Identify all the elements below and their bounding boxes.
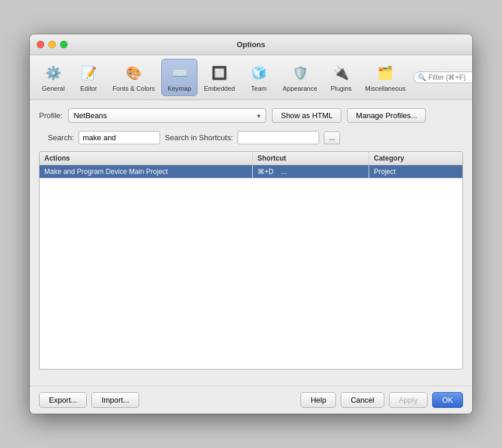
shortcuts-input[interactable]: [238, 131, 319, 144]
search-input[interactable]: [79, 131, 160, 144]
filter-box: 🔍 ✕: [413, 72, 473, 83]
general-icon: ⚙️: [43, 63, 64, 84]
table-body: Make and Program Device Main Project ⌘+D…: [40, 165, 462, 369]
ok-button[interactable]: OK: [432, 392, 463, 408]
filter-input[interactable]: [429, 73, 473, 81]
column-header-actions: Actions: [40, 152, 253, 165]
keymap-icon: ⌨️: [169, 63, 190, 84]
toolbar-item-editor[interactable]: 📝 Editor: [71, 59, 106, 96]
toolbar-item-embedded[interactable]: 🔲 Embedded: [197, 59, 241, 96]
keymap-label: Keymap: [168, 85, 191, 92]
search-in-shortcuts-label: Search in Shortcuts:: [165, 133, 233, 142]
misc-label: Miscellaneous: [365, 85, 406, 92]
misc-icon: 🗂️: [375, 63, 396, 84]
profile-row: Profile: NetBeans Eclipse IntelliJ IDEA …: [39, 108, 463, 123]
cell-shortcut: ⌘+D ...: [253, 165, 369, 178]
plugins-label: Plugins: [331, 85, 352, 92]
editor-label: Editor: [80, 85, 97, 92]
profile-label: Profile:: [39, 111, 62, 120]
toolbar-items: ⚙️ General 📝 Editor 🎨 Fonts & Colors ⌨️ …: [36, 59, 412, 96]
cell-category: Project: [369, 165, 462, 178]
toolbar-item-miscellaneous[interactable]: 🗂️ Miscellaneous: [359, 59, 412, 96]
toolbar-item-keymap[interactable]: ⌨️ Keymap: [161, 59, 197, 96]
cell-actions: Make and Program Device Main Project: [40, 165, 253, 178]
team-label: Team: [251, 85, 267, 92]
window-controls: [37, 41, 68, 48]
toolbar-item-appearance[interactable]: 🛡️ Appearance: [276, 59, 323, 96]
search-label: Search:: [39, 133, 74, 142]
bottom-right-buttons: Help Cancel Apply OK: [301, 392, 463, 408]
search-icon: 🔍: [418, 73, 426, 81]
appearance-label: Appearance: [282, 85, 317, 92]
appearance-icon: 🛡️: [289, 63, 310, 84]
close-button[interactable]: [37, 41, 44, 48]
embedded-icon: 🔲: [209, 63, 230, 84]
toolbar-item-general[interactable]: ⚙️ General: [36, 59, 71, 96]
bottom-bar: Export... Import... Help Cancel Apply OK: [30, 386, 472, 414]
main-content: Profile: NetBeans Eclipse IntelliJ IDEA …: [30, 100, 472, 386]
show-html-button[interactable]: Show as HTML: [272, 108, 341, 123]
table-container: Actions Shortcut Category Make and Progr…: [39, 151, 463, 369]
search-row: Search: Search in Shortcuts: ...: [39, 131, 463, 144]
toolbar-item-plugins[interactable]: 🔌 Plugins: [324, 59, 359, 96]
plugins-icon: 🔌: [331, 63, 352, 84]
cancel-button[interactable]: Cancel: [341, 392, 384, 408]
apply-button[interactable]: Apply: [389, 392, 428, 408]
maximize-button[interactable]: [60, 41, 68, 48]
shortcut-value: ⌘+D: [257, 168, 274, 176]
toolbar-item-fonts-colors[interactable]: 🎨 Fonts & Colors: [106, 59, 161, 96]
profile-select[interactable]: NetBeans Eclipse IntelliJ IDEA: [68, 108, 266, 123]
editor-icon: 📝: [78, 63, 99, 84]
general-label: General: [42, 85, 65, 92]
help-button[interactable]: Help: [301, 392, 336, 408]
ellipsis-button[interactable]: ...: [324, 131, 340, 144]
window-title: Options: [236, 40, 265, 49]
profile-select-wrapper: NetBeans Eclipse IntelliJ IDEA ▼: [68, 108, 266, 123]
fonts-label: Fonts & Colors: [112, 85, 155, 92]
title-bar: Options: [30, 34, 472, 55]
fonts-icon: 🎨: [123, 63, 144, 84]
table-header: Actions Shortcut Category: [40, 152, 462, 165]
column-header-shortcut: Shortcut: [253, 152, 369, 165]
minimize-button[interactable]: [48, 41, 56, 48]
toolbar: ⚙️ General 📝 Editor 🎨 Fonts & Colors ⌨️ …: [30, 55, 472, 100]
options-window: Options ⚙️ General 📝 Editor 🎨 Fonts & Co…: [30, 34, 472, 414]
column-header-category: Category: [369, 152, 462, 165]
manage-profiles-button[interactable]: Manage Profiles...: [347, 108, 426, 123]
toolbar-item-team[interactable]: 🧊 Team: [241, 59, 276, 96]
export-button[interactable]: Export...: [39, 392, 87, 408]
team-icon: 🧊: [248, 63, 269, 84]
import-button[interactable]: Import...: [91, 392, 139, 408]
table-row[interactable]: Make and Program Device Main Project ⌘+D…: [40, 165, 462, 178]
shortcut-extra: ...: [281, 168, 287, 176]
embedded-label: Embedded: [204, 85, 235, 92]
bottom-left-buttons: Export... Import...: [39, 392, 139, 408]
